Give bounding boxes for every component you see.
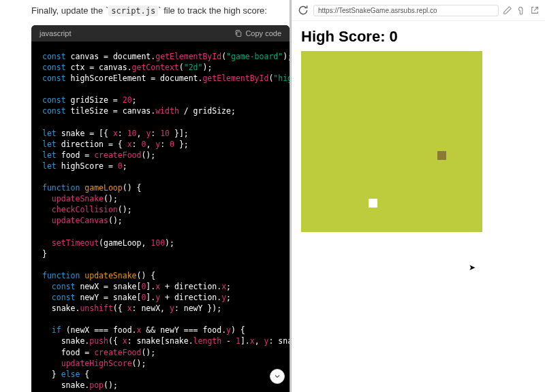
instruction-prefix: Finally, update the (31, 5, 106, 16)
code-lang-label: javascript (40, 29, 71, 37)
copy-code-label: Copy code (245, 29, 281, 37)
score-value: 0 (390, 28, 398, 45)
url-input[interactable] (313, 5, 499, 16)
snake-cell (369, 199, 377, 208)
high-score-label: High Score: 0 (301, 28, 535, 46)
instruction-text: Finally, update the `script.js` file to … (31, 5, 290, 16)
devtools-button[interactable] (516, 5, 526, 15)
open-external-button[interactable] (530, 5, 540, 15)
svg-rect-0 (237, 32, 241, 37)
chevron-down-icon (273, 372, 281, 380)
browser-bar (292, 0, 545, 21)
copy-code-button[interactable]: Copy code (234, 29, 281, 37)
code-block: javascript Copy code const canvas = docu… (31, 25, 290, 392)
preview-panel: High Score: 0 (292, 0, 545, 392)
score-prefix: High Score: (301, 28, 390, 45)
pencil-icon (503, 5, 512, 15)
external-link-icon (530, 5, 540, 15)
game-board[interactable] (301, 51, 482, 232)
edit-button[interactable] (503, 5, 512, 15)
reload-icon (297, 4, 309, 16)
clipboard-icon (234, 29, 243, 37)
chat-panel: Finally, update the `script.js` file to … (0, 0, 290, 392)
food-cell (437, 151, 446, 160)
reload-button[interactable] (297, 4, 309, 16)
code-header: javascript Copy code (31, 25, 290, 42)
wrench-icon (516, 5, 526, 15)
code-body[interactable]: const canvas = document.getElementById("… (31, 42, 290, 392)
game-view: High Score: 0 (292, 21, 545, 239)
instruction-suffix: file to track the high score: (161, 5, 267, 16)
inline-code-filename: script.js (108, 5, 158, 16)
scroll-down-button[interactable] (270, 369, 285, 384)
